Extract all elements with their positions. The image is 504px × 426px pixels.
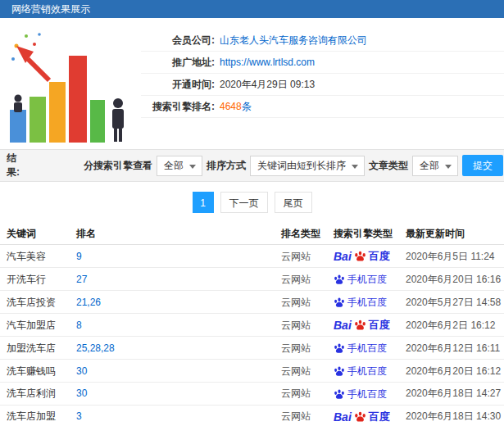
rank-type-text: 云网站 — [281, 297, 311, 308]
table-row: 汽车加盟店 8 云网站 Bai 百度 2020年6月2日 16:12 — [0, 313, 504, 336]
rank-type-cell: 云网站 — [275, 382, 327, 405]
time-text: 2020年6月12日 16:11 — [406, 342, 500, 354]
table-body: 汽车美容 9 云网站 Bai 百度 2020年6月5日 11:24 开洗车行 2… — [0, 245, 504, 426]
rank-value[interactable]: 27 — [76, 274, 87, 285]
engine-cell: Bai 百度 — [327, 245, 399, 268]
engine-baidu: Bai 百度 — [334, 250, 390, 262]
pagination: 1 下一页 尾页 — [0, 182, 504, 223]
time-cell: 2020年6月18日 14:30 — [399, 405, 504, 426]
rank-type-text: 云网站 — [281, 320, 311, 331]
rank-type-cell: 云网站 — [275, 245, 327, 268]
keyword-cell: 洗车店利润 — [0, 382, 70, 405]
engine-cell: 手机百度 — [327, 291, 399, 314]
open-time-label: 开通时间: — [141, 78, 220, 92]
rank-value[interactable]: 30 — [76, 387, 87, 399]
baidu-logo-cn: 百度 — [369, 320, 390, 331]
rank-cell: 30 — [70, 360, 275, 383]
rank-value[interactable]: 8 — [76, 320, 82, 331]
baidu-logo-cn: 百度 — [369, 251, 390, 262]
info-section: 会员公司: 山东老人头汽车服务咨询有限公司 推广地址: https://www.… — [0, 18, 504, 149]
rank-cell: 3 — [70, 405, 275, 426]
next-page-button[interactable]: 下一页 — [220, 192, 268, 213]
rank-value[interactable]: 9 — [76, 251, 82, 262]
page-title-bar: 网络营销效果展示 — [0, 0, 504, 18]
chevron-down-icon — [352, 165, 358, 172]
engine-cell: 手机百度 — [327, 337, 399, 360]
mobile-baidu-label: 手机百度 — [347, 388, 387, 400]
rank-type-text: 云网站 — [281, 410, 311, 422]
bar-chart-graphic — [5, 25, 138, 146]
rank-type-text: 云网站 — [281, 251, 311, 262]
mobile-baidu-label: 手机百度 — [347, 297, 387, 308]
rank-cell: 9 — [70, 245, 275, 268]
engine-cell: 手机百度 — [327, 360, 399, 383]
rank-value[interactable]: 30 — [76, 365, 87, 377]
time-cell: 2020年6月5日 11:24 — [399, 245, 504, 268]
page-title: 网络营销效果展示 — [11, 3, 90, 15]
info-row-url: 推广地址: https://www.lrtlsd.com — [141, 52, 504, 74]
time-cell: 2020年6月12日 16:11 — [399, 337, 504, 360]
header-rank-type: 排名类型 — [275, 223, 327, 245]
keyword-cell: 洗车店加盟 — [0, 405, 70, 426]
header-keyword: 关键词 — [0, 223, 70, 245]
rank-count-label: 搜索引擎排名: — [141, 100, 220, 114]
time-text: 2020年6月2日 16:12 — [406, 320, 495, 331]
submit-button[interactable]: 提交 — [462, 155, 503, 176]
engine-mobile: 手机百度 — [334, 342, 387, 354]
baidu-paw-icon — [354, 410, 366, 423]
rank-type-cell: 云网站 — [275, 268, 327, 291]
rank-count-suffix: 条 — [242, 100, 252, 114]
rank-type-cell: 云网站 — [275, 405, 327, 426]
rank-value[interactable]: 25,28,28 — [76, 342, 115, 354]
rank-type-cell: 云网站 — [275, 291, 327, 314]
baidu-logo-cn: 百度 — [369, 411, 390, 423]
keyword-cell: 洗车店投资 — [0, 291, 70, 314]
keyword-cell: 汽车加盟店 — [0, 313, 70, 336]
table-header-row: 关键词 排名 排名类型 搜索引擎类型 最新更新时间 — [0, 223, 504, 245]
keyword-text: 开洗车行 — [7, 274, 46, 285]
mobile-baidu-paw-icon — [334, 388, 345, 400]
table-row: 加盟洗车店 25,28,28 云网站 手机百度 2020年6月12日 16:11 — [0, 337, 504, 360]
rank-count-value: 4648 — [220, 101, 242, 112]
header-rank: 排名 — [70, 223, 275, 245]
sort-select[interactable]: 关键词由短到长排序 — [250, 156, 365, 176]
filter-bar: 结果: 分搜索引擎查看 全部 排序方式 关键词由短到长排序 文章类型 全部 提交 — [0, 149, 504, 182]
time-text: 2020年6月18日 14:30 — [406, 410, 501, 422]
chevron-down-icon — [445, 165, 452, 172]
engine-filter-label: 分搜索引擎查看 — [84, 159, 152, 173]
rank-cell: 30 — [70, 382, 275, 405]
keyword-cell: 汽车美容 — [0, 245, 70, 268]
table-row: 洗车赚钱吗 30 云网站 手机百度 2020年6月20日 16:12 — [0, 360, 504, 383]
page-1-button[interactable]: 1 — [193, 192, 214, 213]
info-row-open-time: 开通时间: 2020年4月29日 09:13 — [141, 74, 504, 96]
keyword-cell: 开洗车行 — [0, 268, 70, 291]
mobile-baidu-paw-icon — [334, 342, 345, 354]
table-row: 洗车店利润 30 云网站 手机百度 2020年6月18日 14:27 — [0, 382, 504, 405]
rank-type-text: 云网站 — [281, 342, 311, 354]
company-label: 会员公司: — [141, 34, 220, 48]
promotion-url-link[interactable]: https://www.lrtlsd.com — [220, 57, 315, 68]
engine-cell: Bai 百度 — [327, 313, 399, 336]
mobile-baidu-paw-icon — [334, 274, 345, 285]
engine-cell: Bai 百度 — [327, 405, 399, 426]
last-page-button[interactable]: 尾页 — [275, 192, 312, 213]
engine-baidu: Bai 百度 — [334, 319, 390, 331]
engine-mobile: 手机百度 — [334, 274, 387, 285]
rank-type-text: 云网站 — [281, 387, 311, 399]
article-filter-label: 文章类型 — [369, 159, 408, 173]
result-label: 结果: — [7, 152, 20, 179]
engine-select[interactable]: 全部 — [157, 156, 202, 176]
rank-value[interactable]: 3 — [76, 410, 82, 422]
time-text: 2020年6月5日 11:24 — [406, 251, 495, 262]
info-row-rank-count: 搜索引擎排名: 4648 条 — [141, 96, 504, 118]
keyword-cell: 洗车赚钱吗 — [0, 360, 70, 383]
time-text: 2020年6月18日 14:27 — [406, 387, 501, 399]
engine-mobile: 手机百度 — [334, 388, 387, 400]
baidu-logo-text: Bai — [334, 251, 352, 262]
rank-value[interactable]: 21,26 — [76, 297, 101, 308]
keyword-text: 汽车美容 — [7, 251, 46, 262]
company-link[interactable]: 山东老人头汽车服务咨询有限公司 — [220, 34, 367, 48]
engine-mobile: 手机百度 — [334, 365, 387, 377]
mobile-baidu-paw-icon — [334, 365, 345, 377]
article-type-select[interactable]: 全部 — [412, 156, 458, 176]
